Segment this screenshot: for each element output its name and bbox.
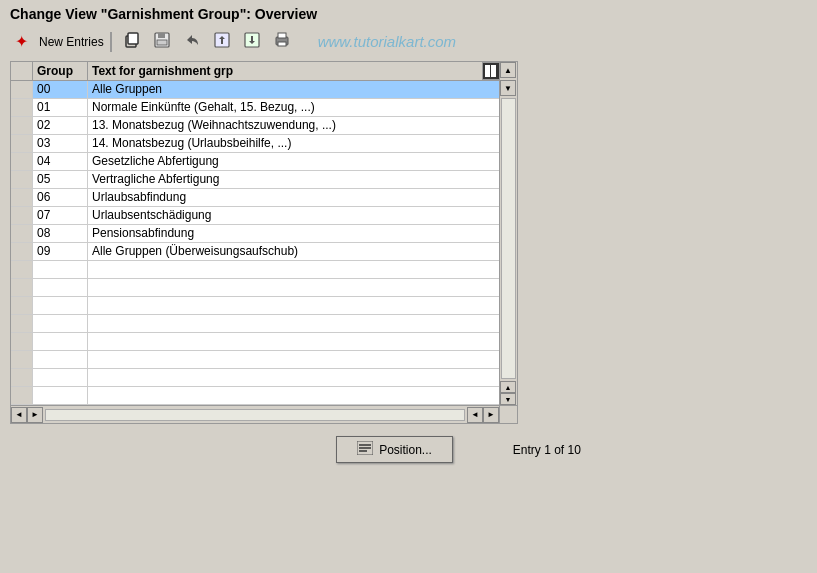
svg-rect-8	[278, 33, 286, 38]
row-group-7: 07	[33, 207, 88, 224]
save-button[interactable]	[148, 28, 176, 55]
row-text-1: Normale Einkünfte (Gehalt, 15. Bezug, ..…	[88, 99, 499, 116]
toolbar: ✦ New Entries	[0, 24, 817, 61]
th-checkbox	[11, 62, 33, 80]
row-text-4: Gesetzliche Abfertigung	[88, 153, 499, 170]
horizontal-scrollbar: ◄ ► ◄ ►	[10, 406, 500, 424]
table-row-empty	[11, 387, 499, 405]
table-row-empty	[11, 279, 499, 297]
svg-rect-1	[128, 33, 138, 44]
row-group-1: 01	[33, 99, 88, 116]
print-icon	[273, 31, 291, 52]
undo-icon	[183, 31, 201, 52]
table-row-empty	[11, 333, 499, 351]
row-checkbox-2[interactable]	[11, 117, 33, 134]
table-row[interactable]: 02 13. Monatsbezug (Weihnachtszuwendung,…	[11, 117, 499, 135]
hscroll-track	[45, 409, 465, 421]
table-row[interactable]: 04 Gesetzliche Abfertigung	[11, 153, 499, 171]
hscroll-right3-button[interactable]: ►	[483, 407, 499, 423]
import-icon	[243, 31, 261, 52]
row-checkbox-6[interactable]	[11, 189, 33, 206]
undo-button[interactable]	[178, 28, 206, 55]
table-row[interactable]: 06 Urlaubsabfindung	[11, 189, 499, 207]
svg-rect-9	[278, 42, 286, 46]
table-row[interactable]: 09 Alle Gruppen (Überweisungsaufschub)	[11, 243, 499, 261]
svg-rect-4	[157, 40, 167, 45]
row-group-0: 00	[33, 81, 88, 98]
hscroll-right-button[interactable]: ►	[27, 407, 43, 423]
row-checkbox-4[interactable]	[11, 153, 33, 170]
scroll-fine-down[interactable]: ▼	[500, 393, 516, 405]
row-checkbox-7[interactable]	[11, 207, 33, 224]
th-text: Text for garnishment grp	[88, 62, 499, 80]
watermark: www.tutorialkart.com	[318, 33, 456, 50]
hscroll-left-button[interactable]: ◄	[11, 407, 27, 423]
row-group-5: 05	[33, 171, 88, 188]
export-icon	[213, 31, 231, 52]
scroll-down-button[interactable]: ▼	[500, 80, 516, 96]
row-text-5: Vertragliche Abfertigung	[88, 171, 499, 188]
row-text-3: 14. Monatsbezug (Urlaubsbeihilfe, ...)	[88, 135, 499, 152]
row-text-0: Alle Gruppen	[88, 81, 499, 98]
table-header: Group Text for garnishment grp	[11, 62, 499, 81]
table-row-empty	[11, 261, 499, 279]
th-group: Group	[33, 62, 88, 80]
table-row-empty	[11, 351, 499, 369]
row-text-6: Urlaubsabfindung	[88, 189, 499, 206]
page-title: Change View "Garnishment Group": Overvie…	[10, 6, 317, 22]
row-group-2: 02	[33, 117, 88, 134]
row-checkbox-8[interactable]	[11, 225, 33, 242]
column-selector-icon	[483, 63, 499, 79]
main-content: Group Text for garnishment grp 00 Alle G…	[0, 61, 817, 424]
row-group-9: 09	[33, 243, 88, 260]
entry-count: Entry 1 of 10	[513, 443, 581, 457]
table-row-empty	[11, 315, 499, 333]
table-row-empty	[11, 369, 499, 387]
new-entries-button[interactable]: ✦	[10, 29, 33, 54]
data-table: Group Text for garnishment grp 00 Alle G…	[10, 61, 500, 406]
svg-rect-3	[158, 33, 165, 38]
row-group-6: 06	[33, 189, 88, 206]
table-body: 00 Alle Gruppen 01 Normale Einkünfte (Ge…	[11, 81, 499, 405]
column-selector-button[interactable]	[482, 62, 500, 80]
row-group-3: 03	[33, 135, 88, 152]
footer-section: Position... Entry 1 of 10	[100, 424, 817, 475]
row-text-9: Alle Gruppen (Überweisungsaufschub)	[88, 243, 499, 260]
table-row[interactable]: 08 Pensionsabfindung	[11, 225, 499, 243]
row-text-7: Urlaubsentschädigung	[88, 207, 499, 224]
save-icon	[153, 31, 171, 52]
scroll-up-button[interactable]: ▲	[500, 62, 516, 78]
scrollbar-corner	[500, 406, 518, 424]
table-row[interactable]: 00 Alle Gruppen	[11, 81, 499, 99]
row-checkbox-0[interactable]	[11, 81, 33, 98]
row-checkbox-1[interactable]	[11, 99, 33, 116]
toolbar-separator-1	[110, 32, 112, 52]
position-btn-label: Position...	[379, 443, 432, 457]
copy-button[interactable]	[118, 28, 146, 55]
title-bar: Change View "Garnishment Group": Overvie…	[0, 0, 817, 24]
import-button[interactable]	[238, 28, 266, 55]
scroll-fine-up[interactable]: ▲	[500, 381, 516, 393]
row-group-4: 04	[33, 153, 88, 170]
export-button[interactable]	[208, 28, 236, 55]
table-row[interactable]: 03 14. Monatsbezug (Urlaubsbeihilfe, ...…	[11, 135, 499, 153]
row-group-8: 08	[33, 225, 88, 242]
position-button[interactable]: Position...	[336, 436, 453, 463]
scroll-track	[501, 98, 516, 379]
table-row[interactable]: 05 Vertragliche Abfertigung	[11, 171, 499, 189]
new-entries-label[interactable]: New Entries	[39, 35, 104, 49]
row-checkbox-3[interactable]	[11, 135, 33, 152]
row-text-8: Pensionsabfindung	[88, 225, 499, 242]
new-entries-icon: ✦	[15, 32, 28, 51]
hscroll-right2-button[interactable]: ◄	[467, 407, 483, 423]
print-button[interactable]	[268, 28, 296, 55]
table-row[interactable]: 01 Normale Einkünfte (Gehalt, 15. Bezug,…	[11, 99, 499, 117]
row-checkbox-9[interactable]	[11, 243, 33, 260]
row-text-2: 13. Monatsbezug (Weihnachtszuwendung, ..…	[88, 117, 499, 134]
position-icon	[357, 441, 373, 458]
row-checkbox-5[interactable]	[11, 171, 33, 188]
copy-icon	[123, 31, 141, 52]
table-row-empty	[11, 297, 499, 315]
table-row[interactable]: 07 Urlaubsentschädigung	[11, 207, 499, 225]
